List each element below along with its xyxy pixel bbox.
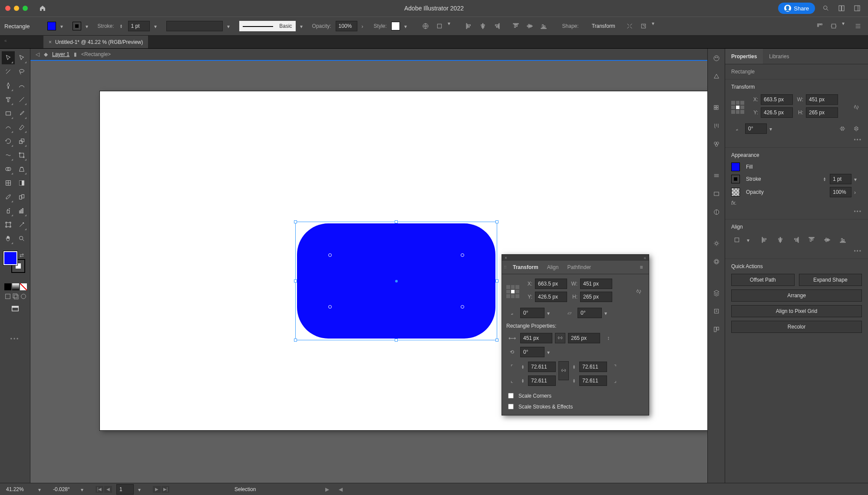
align-bottom-button[interactable] [538, 20, 549, 32]
align-top-button[interactable] [510, 20, 521, 32]
appearance-opacity-input[interactable] [830, 187, 851, 197]
panel-titlebar[interactable]: × « [502, 255, 649, 261]
fill-dropdown[interactable]: ▾ [60, 23, 66, 29]
direct-selection-tool[interactable] [16, 51, 29, 64]
align-right-button[interactable] [491, 20, 502, 32]
align-artboard-button[interactable] [434, 20, 445, 32]
stroke-weight-field[interactable]: 1 pt [128, 21, 150, 31]
gradient-panel-button[interactable] [711, 189, 722, 199]
constrain-proportions[interactable] [633, 286, 644, 297]
pen-tool[interactable] [2, 79, 15, 92]
artboard-number[interactable]: 1 [116, 484, 134, 495]
gradient-fill-button[interactable] [12, 283, 19, 290]
close-panel-button[interactable]: × [505, 256, 507, 260]
stroke-weight-dropdown[interactable]: ▾ [154, 23, 159, 29]
props-angle-input[interactable] [745, 123, 767, 134]
handle-bm[interactable] [395, 339, 398, 342]
search-button[interactable] [821, 3, 831, 13]
back-icon[interactable]: ◁ [36, 51, 40, 57]
align-to-dropdown[interactable]: ▾ [448, 20, 453, 26]
zoom-field[interactable]: 41.22% [3, 484, 34, 495]
draw-behind-button[interactable] [12, 293, 19, 300]
brushes-button[interactable] [711, 121, 722, 131]
close-tab-button[interactable]: × [49, 39, 52, 45]
w-input[interactable] [580, 279, 612, 289]
shear-input[interactable] [578, 308, 602, 318]
stroke-dropdown[interactable]: ▾ [86, 23, 91, 29]
last-artboard-button[interactable]: ▶| [162, 486, 169, 493]
shaper-tool[interactable] [2, 121, 15, 134]
reference-point[interactable] [506, 285, 519, 298]
center-point[interactable] [395, 280, 398, 282]
blend-tool[interactable] [16, 190, 29, 203]
tab-align[interactable]: Align [543, 261, 563, 274]
align-more-button[interactable]: ••• [731, 248, 862, 254]
flip-h-button[interactable] [837, 123, 848, 134]
close-window-button[interactable] [5, 6, 10, 11]
width-tool[interactable] [2, 149, 15, 162]
appearance-opacity-swatch[interactable] [731, 188, 740, 196]
symbol-sprayer-tool[interactable] [2, 204, 15, 217]
align-vcenter-button[interactable] [524, 20, 535, 32]
scale-corners-checkbox[interactable]: Scale Corners [506, 392, 644, 400]
prev-artboard-button[interactable]: ◀ [104, 486, 112, 493]
tab-properties[interactable]: Properties [725, 49, 763, 64]
scale-strokes-input[interactable] [508, 404, 514, 409]
eyedropper-tool[interactable] [2, 190, 15, 203]
flip-v-button[interactable] [851, 123, 862, 134]
appearance-stroke-input[interactable] [830, 174, 851, 184]
hand-tool[interactable] [2, 232, 15, 245]
qa-arrange[interactable]: Arrange [731, 289, 862, 302]
transparency-button[interactable] [711, 207, 722, 217]
rect-angle-input[interactable] [520, 347, 545, 357]
corner-br-stepper[interactable]: ▴▾ [571, 379, 577, 383]
draw-normal-button[interactable] [4, 293, 11, 300]
corner-widget-tl[interactable] [328, 253, 332, 257]
selected-shape[interactable] [295, 222, 497, 340]
lasso-tool[interactable] [16, 65, 29, 78]
props-w-input[interactable] [806, 94, 838, 105]
tab-libraries[interactable]: Libraries [763, 49, 795, 64]
zoom-tool[interactable] [16, 232, 29, 245]
link-corners-button[interactable] [558, 361, 569, 380]
perspective-tool[interactable] [16, 163, 29, 176]
document-tab[interactable]: × Untitled-1* @ 41.22 % (RGB/Preview) [43, 36, 149, 48]
opacity-dropdown[interactable]: › [362, 23, 367, 29]
swatches-button[interactable] [711, 103, 722, 113]
zoom-dropdown[interactable]: ▾ [38, 487, 43, 492]
stroke-panel-button[interactable] [711, 170, 722, 181]
breadcrumb-layer[interactable]: Layer 1 [52, 51, 69, 57]
first-artboard-button[interactable]: |◀ [96, 486, 103, 493]
x-input[interactable] [535, 279, 567, 289]
props-h-input[interactable] [806, 107, 838, 118]
scale-strokes-checkbox[interactable]: Scale Strokes & Effects [506, 402, 644, 411]
stroke-stepper[interactable]: ▴▾ [119, 24, 124, 28]
corner-tr-input[interactable] [579, 362, 607, 372]
appearance-button[interactable] [711, 238, 722, 249]
artboard-tool[interactable] [2, 218, 15, 231]
brush-dropdown[interactable]: ▾ [300, 23, 305, 29]
swap-colors-icon[interactable]: ⇄ [20, 252, 26, 258]
handle-ml[interactable] [294, 279, 297, 282]
color-proxy[interactable]: ⇄ [2, 251, 28, 276]
asset-export-button[interactable] [711, 306, 722, 316]
style-dropdown[interactable]: ▾ [404, 23, 409, 29]
align-pixel-button[interactable] [828, 20, 839, 32]
isolate-button[interactable] [624, 20, 635, 32]
corner-tl-stepper[interactable]: ▴▾ [520, 365, 525, 369]
props-x-input[interactable] [761, 94, 793, 105]
artboard-dropdown[interactable]: ▾ [138, 487, 143, 492]
qa-align-pixel-grid[interactable]: Align to Pixel Grid [731, 305, 862, 317]
color-panel-button[interactable] [711, 53, 722, 63]
layers-icon[interactable]: ◆ [44, 51, 48, 57]
brush-definition[interactable]: Basic [239, 21, 296, 31]
props-constrain[interactable] [851, 102, 862, 113]
props-angle-dropdown[interactable]: ▾ [769, 126, 775, 131]
corner-bl-input[interactable] [528, 375, 556, 386]
align-hcenter-button[interactable] [477, 20, 488, 32]
handle-bl[interactable] [294, 339, 297, 342]
handle-br[interactable] [495, 339, 498, 342]
h-input[interactable] [580, 292, 612, 302]
next-artboard-button[interactable]: ▶ [153, 486, 161, 493]
screen-mode-button[interactable] [2, 304, 28, 315]
